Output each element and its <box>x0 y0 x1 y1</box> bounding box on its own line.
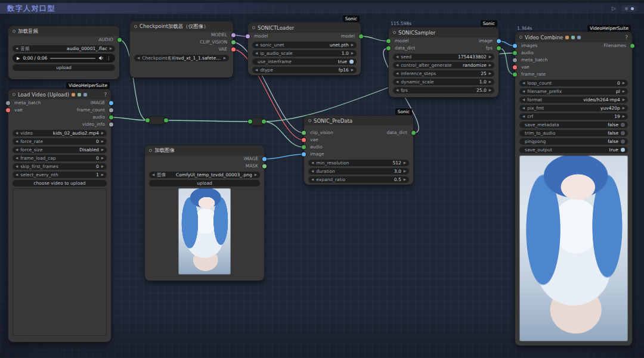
combo-left-icon[interactable]: ◀ <box>311 178 314 182</box>
widget-duration[interactable]: ◀ duration 3.0 ▶ <box>308 168 409 175</box>
input-dot-image[interactable] <box>302 152 306 157</box>
combo-right-icon[interactable]: ▶ <box>101 132 104 135</box>
widget-select-every-nth[interactable]: ◀ select_every_nth 1 ▶ <box>13 172 107 178</box>
combo-right-icon[interactable]: ▶ <box>489 55 491 59</box>
collapse-dot-icon[interactable] <box>393 31 396 34</box>
output-dot-audio[interactable] <box>117 38 122 42</box>
input-dot-images[interactable] <box>513 44 517 48</box>
combo-right-icon[interactable]: ▶ <box>623 82 625 85</box>
node-load-audio[interactable]: 加载音频 AUDIO ◀ 音频 audio_00001_.flac ▶ ▶ 0:… <box>8 26 119 79</box>
node-sonic-predata[interactable]: Sonic SONIC_PreData clip_vision data_dic… <box>304 116 413 185</box>
combo-left-icon[interactable]: ◀ <box>396 55 398 59</box>
output-dot-clip-vision[interactable] <box>231 41 236 45</box>
reroute-node-2[interactable] <box>250 118 264 125</box>
collapse-dot-icon[interactable] <box>13 30 16 33</box>
combo-left-icon[interactable]: ◀ <box>396 64 398 67</box>
widget-min-resolution[interactable]: ◀ min_resolution 512 ▶ <box>308 160 409 166</box>
widget-force-rate[interactable]: ◀ force_rate 0 ▶ <box>13 138 107 145</box>
combo-left-icon[interactable]: ◀ <box>137 57 140 60</box>
output-dot-model[interactable] <box>231 33 236 38</box>
widget-force-size[interactable]: ◀ force_size Disabled ▶ <box>13 147 107 153</box>
input-dot-model[interactable] <box>246 35 250 39</box>
combo-left-icon[interactable]: ◀ <box>255 43 258 47</box>
eye-icon[interactable] <box>571 36 575 39</box>
input-dot-meta-batch[interactable] <box>6 101 10 105</box>
combo-left-icon[interactable]: ◀ <box>311 170 314 173</box>
combo-left-icon[interactable]: ◀ <box>16 173 18 177</box>
kebab-menu-icon[interactable]: ⋮ <box>107 55 112 61</box>
choose-video-button[interactable]: choose video to upload <box>13 180 107 186</box>
widget-checkpoint-name[interactable]: ◀ Checkpoint名称 svd_xt_1_1.safetensors ▶ <box>134 55 229 61</box>
widget-pingpong[interactable]: pingpong false <box>519 138 628 145</box>
combo-right-icon[interactable]: ▶ <box>623 107 625 110</box>
help-icon[interactable]: ? <box>625 35 628 41</box>
combo-right-icon[interactable]: ▶ <box>110 47 112 51</box>
output-dot-image[interactable] <box>262 157 267 161</box>
widget-pix-fmt[interactable]: ◀ pix_fmt yuv420p ▶ <box>519 105 628 111</box>
widget-dtype[interactable]: ◀ dtype fp16 ▶ <box>252 67 357 73</box>
node-graph-canvas[interactable]: 数字人对口型 ▷ 加载音频 <box>0 0 644 358</box>
collapse-dot-icon[interactable] <box>252 26 255 29</box>
input-dot-audio[interactable] <box>513 51 517 55</box>
node-header[interactable]: 加载图像 <box>145 145 264 155</box>
node-header[interactable]: SONICTLoader <box>248 23 361 33</box>
widget-use-interframe[interactable]: use_interframe true <box>252 58 357 65</box>
help-icon[interactable]: ? <box>104 92 107 98</box>
node-checkpoint-loader[interactable]: Checkpoint加载器（仅图像） MODEL CLIP_VISION VAE… <box>130 21 233 77</box>
widget-inference-steps[interactable]: ◀ inference_steps 25 ▶ <box>393 70 494 77</box>
combo-left-icon[interactable]: ◀ <box>396 89 398 92</box>
settings-icon[interactable] <box>577 36 581 39</box>
widget-filename-prefix[interactable]: ◀ filename_prefix pl ▶ <box>519 88 628 95</box>
output-dot-data-dict[interactable] <box>411 131 416 135</box>
combo-right-icon[interactable]: ▶ <box>224 57 226 60</box>
output-dot-image[interactable] <box>497 39 501 43</box>
eye-icon[interactable] <box>78 93 81 96</box>
widget-crf[interactable]: ◀ crf 19 ▶ <box>519 113 628 120</box>
combo-right-icon[interactable]: ▶ <box>101 140 104 144</box>
node-video-combine[interactable]: 1.364s VideoHelperSuite Video Combine ? … <box>515 32 632 345</box>
combo-left-icon[interactable]: ◀ <box>255 52 258 55</box>
combo-right-icon[interactable]: ▶ <box>623 90 625 94</box>
combo-left-icon[interactable]: ◀ <box>16 157 18 160</box>
node-sonicsampler[interactable]: 115.598s Sonic SONICSampler model image … <box>389 27 499 97</box>
combo-left-icon[interactable]: ◀ <box>396 72 398 76</box>
combo-left-icon[interactable]: ◀ <box>522 115 525 119</box>
combo-left-icon[interactable]: ◀ <box>396 80 398 84</box>
output-dot-audio[interactable] <box>109 116 113 120</box>
node-sonictloader[interactable]: Sonic SONICTLoader model model ◀ sonic_u… <box>248 23 361 75</box>
widget-format[interactable]: ◀ format video/h264-mp4 ▶ <box>519 96 628 103</box>
collapse-dot-icon[interactable] <box>308 119 311 122</box>
combo-right-icon[interactable]: ▶ <box>101 173 104 177</box>
collapse-dot-icon[interactable] <box>134 25 137 28</box>
toggle-icon[interactable] <box>621 148 625 152</box>
combo-left-icon[interactable]: ◀ <box>522 82 525 85</box>
combo-right-icon[interactable]: ▶ <box>489 80 491 84</box>
combo-left-icon[interactable]: ◀ <box>255 69 258 72</box>
widget-control-after-generate[interactable]: ◀ control_after_generate randomize ▶ <box>393 62 494 69</box>
widget-skip-first-frames[interactable]: ◀ skip_first_frames 0 ▶ <box>13 163 107 170</box>
reroute-output-dot[interactable] <box>164 119 168 123</box>
input-dot-model[interactable] <box>386 39 391 43</box>
play-icon[interactable]: ▶ <box>17 56 20 61</box>
combo-right-icon[interactable]: ▶ <box>489 72 491 76</box>
combo-right-icon[interactable]: ▶ <box>489 89 491 92</box>
reroute-output-dot[interactable] <box>262 120 266 124</box>
output-dot-model[interactable] <box>359 35 363 39</box>
node-header[interactable]: Checkpoint加载器（仅图像） <box>130 21 233 32</box>
toggle-icon[interactable] <box>621 139 625 144</box>
toggle-icon[interactable] <box>621 123 625 127</box>
combo-right-icon[interactable]: ▶ <box>404 178 406 182</box>
output-dot-fps[interactable] <box>497 46 501 51</box>
output-dot-vae[interactable] <box>231 48 236 52</box>
combo-left-icon[interactable]: ◀ <box>311 161 314 165</box>
input-dot-clip-vision[interactable] <box>302 131 306 135</box>
widget-trim-to-audio[interactable]: trim_to_audio false <box>519 130 628 136</box>
combo-right-icon[interactable]: ▶ <box>351 52 354 55</box>
combo-right-icon[interactable]: ▶ <box>404 170 406 173</box>
combo-right-icon[interactable]: ▶ <box>351 69 354 72</box>
collapse-dot-icon[interactable] <box>13 93 16 96</box>
input-dot-frame-rate[interactable] <box>513 73 517 77</box>
input-dot-vae[interactable] <box>302 138 306 142</box>
widget-loop-count[interactable]: ◀ loop_count 0 ▶ <box>519 80 628 86</box>
node-header[interactable]: SONIC_PreData <box>304 116 413 126</box>
